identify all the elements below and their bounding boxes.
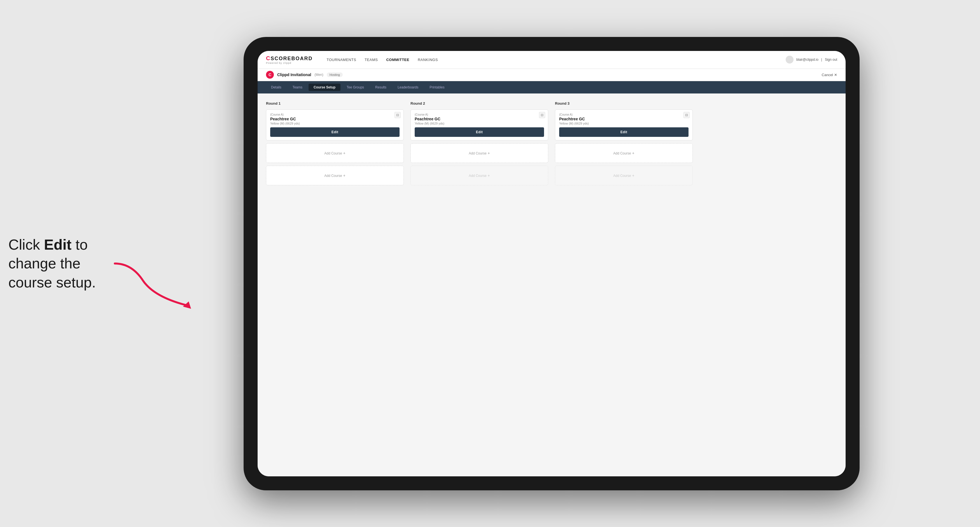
round-3-label: Round 3 [555, 101, 693, 105]
round-2-course-name: Peachtree GC [415, 117, 544, 121]
arrow-annotation [109, 258, 199, 315]
tab-teams[interactable]: Teams [288, 84, 307, 91]
tablet-device: CSCOREBOARD Powered by clippd TOURNAMENT… [243, 37, 860, 490]
round-1-label: Round 1 [266, 101, 404, 105]
round-1-add-course-1[interactable]: Add Course+ [266, 143, 404, 163]
plus-icon-4: + [488, 173, 490, 178]
round-3-edit-button[interactable]: Edit [559, 127, 689, 137]
tab-details[interactable]: Details [266, 84, 286, 91]
nav-teams[interactable]: TEAMS [364, 57, 378, 63]
user-email: blair@clippd.io [796, 58, 818, 62]
round-3-course-name: Peachtree GC [559, 117, 689, 121]
instruction-text: Click Edit tochange thecourse setup. [8, 235, 96, 292]
tournament-logo: C [266, 71, 274, 79]
round-2-edit-button[interactable]: Edit [415, 127, 544, 137]
app-logo: CSCOREBOARD Powered by clippd [266, 55, 312, 64]
tab-bar: Details Teams Course Setup Tee Groups Re… [258, 81, 846, 94]
top-navigation: CSCOREBOARD Powered by clippd TOURNAMENT… [258, 51, 846, 69]
plus-icon-2: + [343, 173, 345, 178]
svg-marker-0 [183, 300, 192, 309]
round-2-add-course-2: Add Course+ [410, 166, 548, 185]
round-1-course-card: ⊟ (Course A) Peachtree GC Yellow (M) (66… [266, 110, 404, 141]
logo-subtitle: Powered by clippd [266, 62, 312, 64]
round-3-add-label-1: Add Course+ [613, 151, 635, 156]
tournament-info: C Clippd Invitational (Men) Hosting [266, 71, 343, 79]
round-1-delete-button[interactable]: ⊟ [395, 112, 401, 118]
hosting-badge: Hosting [327, 73, 343, 77]
round-3-add-course-1[interactable]: Add Course+ [555, 143, 693, 163]
round-3-course-details: Yellow (M) (6629 yds) [559, 122, 689, 125]
nav-links: TOURNAMENTS TEAMS COMMITTEE RANKINGS [326, 57, 774, 63]
sign-out-link[interactable]: Sign out [825, 58, 837, 62]
round-3-course-tag: (Course A) [559, 113, 689, 116]
round-2-add-label-1: Add Course+ [469, 151, 490, 156]
rounds-grid: Round 1 ⊟ (Course A) Peachtree GC Yellow… [266, 101, 837, 185]
cancel-icon: ✕ [834, 73, 837, 77]
round-2-add-course-1[interactable]: Add Course+ [410, 143, 548, 163]
plus-icon-1: + [343, 151, 345, 156]
round-1-add-course-2[interactable]: Add Course+ [266, 166, 404, 185]
round-1-edit-button[interactable]: Edit [270, 127, 399, 137]
tournament-bar: C Clippd Invitational (Men) Hosting Canc… [258, 69, 846, 81]
tab-leaderboards[interactable]: Leaderboards [393, 84, 423, 91]
round-1-course-tag: (Course A) [270, 113, 399, 116]
round-1-course-name: Peachtree GC [270, 117, 399, 121]
plus-icon-3: + [488, 151, 490, 156]
tab-printables[interactable]: Printables [425, 84, 449, 91]
round-3-delete-button[interactable]: ⊟ [684, 112, 690, 118]
tab-tee-groups[interactable]: Tee Groups [342, 84, 369, 91]
logo-letter: C [266, 55, 270, 61]
plus-icon-5: + [632, 151, 635, 156]
cancel-label: Cancel [822, 73, 833, 77]
user-avatar [786, 56, 794, 63]
round-1-add-label-1: Add Course+ [324, 151, 345, 156]
tablet-screen: CSCOREBOARD Powered by clippd TOURNAMENT… [258, 51, 846, 476]
plus-icon-6: + [632, 173, 635, 178]
main-content: Round 1 ⊟ (Course A) Peachtree GC Yellow… [258, 94, 846, 476]
tab-course-setup[interactable]: Course Setup [309, 84, 340, 91]
round-4-column-empty [700, 101, 837, 185]
round-3-add-label-2: Add Course+ [613, 173, 635, 178]
tab-results[interactable]: Results [370, 84, 391, 91]
round-2-delete-button[interactable]: ⊟ [539, 112, 545, 118]
nav-right: blair@clippd.io | Sign out [786, 56, 837, 63]
nav-rankings[interactable]: RANKINGS [418, 57, 438, 63]
round-2-add-label-2: Add Course+ [469, 173, 490, 178]
nav-separator: | [821, 58, 822, 62]
cancel-button[interactable]: Cancel ✕ [822, 73, 837, 77]
round-2-label: Round 2 [410, 101, 548, 105]
round-1-add-label-2: Add Course+ [324, 173, 345, 178]
round-2-course-details: Yellow (M) (6629 yds) [415, 122, 544, 125]
round-3-course-card: ⊟ (Course A) Peachtree GC Yellow (M) (66… [555, 110, 693, 141]
tournament-gender: (Men) [315, 73, 323, 77]
nav-tournaments[interactable]: TOURNAMENTS [326, 57, 356, 63]
round-3-add-course-2: Add Course+ [555, 166, 693, 185]
round-2-course-tag: (Course A) [415, 113, 544, 116]
round-2-column: Round 2 ⊟ (Course A) Peachtree GC Yellow… [410, 101, 548, 185]
round-1-course-details: Yellow (M) (6629 yds) [270, 122, 399, 125]
nav-committee[interactable]: COMMITTEE [386, 57, 409, 63]
round-1-column: Round 1 ⊟ (Course A) Peachtree GC Yellow… [266, 101, 404, 185]
logo-title: CSCOREBOARD [266, 55, 312, 62]
round-2-course-card: ⊟ (Course A) Peachtree GC Yellow (M) (66… [410, 110, 548, 141]
round-3-column: Round 3 ⊟ (Course A) Peachtree GC Yellow… [555, 101, 693, 185]
tournament-name: Clippd Invitational [277, 73, 311, 77]
